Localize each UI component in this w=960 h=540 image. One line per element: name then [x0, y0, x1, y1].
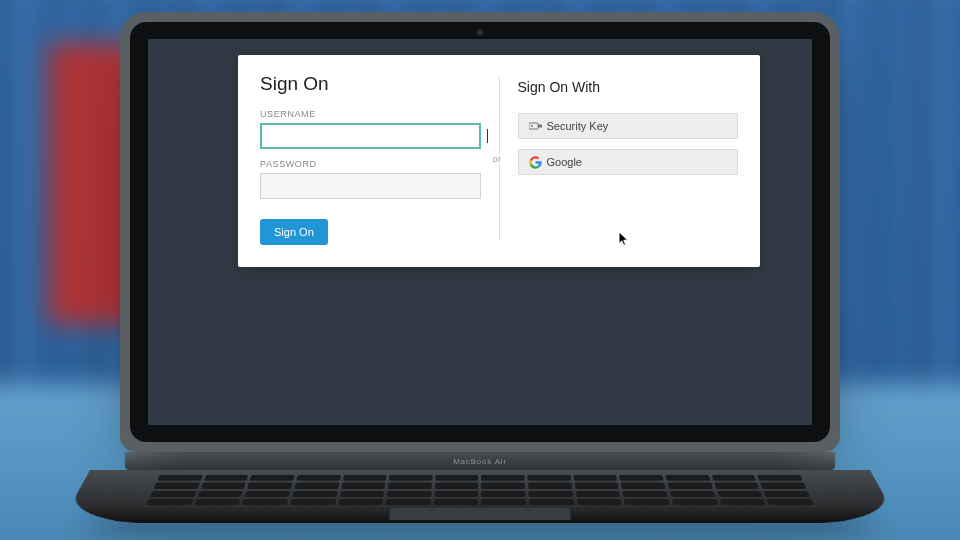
provider-label: Security Key [547, 120, 732, 132]
username-label: USERNAME [260, 109, 481, 119]
laptop-deck [61, 470, 900, 523]
device-brand-label: MacBook Air [453, 457, 507, 466]
webcam-dot [476, 28, 485, 37]
trackpad [389, 508, 571, 521]
provider-google-button[interactable]: Google [518, 149, 739, 175]
federated-panel: Sign On With Security Key [500, 73, 739, 245]
laptop-mockup: Sign On USERNAME PASSWORD Sign On or [90, 12, 870, 540]
google-icon [525, 156, 547, 169]
laptop-hinge: MacBook Air [125, 452, 835, 470]
panel-divider: or [499, 77, 500, 241]
or-label: or [490, 154, 505, 164]
federated-title: Sign On With [518, 79, 739, 95]
svg-point-2 [531, 125, 533, 127]
screen: Sign On USERNAME PASSWORD Sign On or [148, 39, 812, 425]
screen-bezel: Sign On USERNAME PASSWORD Sign On or [130, 22, 830, 442]
signon-button[interactable]: Sign On [260, 219, 328, 245]
password-input[interactable] [260, 173, 481, 199]
username-input[interactable] [260, 123, 481, 149]
svg-rect-0 [529, 123, 538, 129]
password-label: PASSWORD [260, 159, 481, 169]
signon-title: Sign On [260, 73, 481, 95]
signon-card: Sign On USERNAME PASSWORD Sign On or [238, 55, 760, 267]
svg-rect-1 [538, 125, 542, 128]
text-caret [487, 129, 488, 143]
provider-label: Google [547, 156, 732, 168]
laptop-lid: Sign On USERNAME PASSWORD Sign On or [120, 12, 840, 452]
credentials-panel: Sign On USERNAME PASSWORD Sign On [260, 73, 499, 245]
keyboard [146, 475, 814, 505]
provider-security-key-button[interactable]: Security Key [518, 113, 739, 139]
security-key-icon [525, 121, 547, 131]
